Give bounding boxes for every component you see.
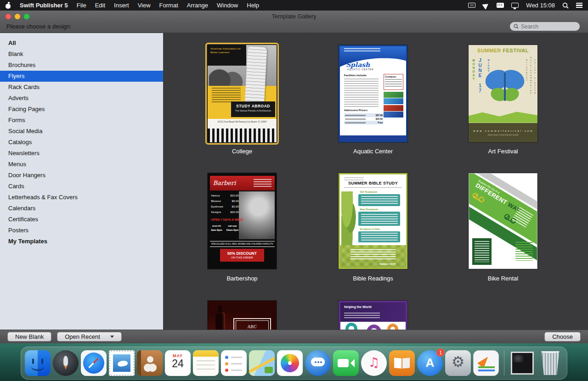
new-blank-button[interactable]: New Blank [7, 332, 51, 342]
college-stripe-art [208, 129, 277, 142]
dock: MAY 24 1 [21, 347, 567, 380]
aquatic-facilities-lines [344, 78, 379, 107]
calendar-day: 24 [165, 359, 191, 369]
sidebar-item-rack-cards[interactable]: Rack Cards [0, 82, 163, 93]
dock-finder-icon[interactable] [25, 350, 51, 376]
menu-help[interactable]: Help [247, 2, 259, 9]
screen: Swift Publisher 5 File Edit Insert View … [0, 0, 588, 381]
dock-appstore-icon[interactable]: 1 [417, 350, 443, 376]
airplay-display-icon[interactable] [468, 3, 475, 8]
dock-contacts-icon[interactable] [137, 350, 163, 376]
sidebar-item-all[interactable]: All [0, 38, 163, 49]
menu-arrange[interactable]: Arrange [187, 2, 208, 9]
menu-file[interactable]: File [77, 2, 86, 9]
sidebar-item-letterheads[interactable]: Letterheads & Fax Covers [0, 192, 163, 203]
menu-bar: Swift Publisher 5 File Edit Insert View … [0, 0, 588, 11]
choose-button[interactable]: Choose [544, 332, 581, 342]
sidebar-item-blank[interactable]: Blank [0, 49, 163, 60]
bible-divider [344, 187, 402, 188]
notification-center-icon[interactable] [576, 3, 582, 8]
aquatic-script-title: Splash [346, 61, 370, 68]
dock-launchpad-icon[interactable] [53, 350, 79, 376]
menu-edit[interactable]: Edit [95, 2, 105, 9]
bible-quote-lines [351, 249, 396, 259]
dock-books-icon[interactable] [389, 350, 415, 376]
hours-weekend: sat-sun10am-6pm [226, 224, 238, 232]
dock-calendar-icon[interactable]: MAY 24 [165, 350, 191, 376]
service-row: Designs$20.00 [211, 211, 239, 213]
dock-maps-icon[interactable] [249, 350, 275, 376]
helping-header: Helping the World [340, 303, 406, 322]
open-recent-dropdown[interactable]: Open Recent [57, 332, 122, 342]
aquatic-admission-heading: Admission Prices: [344, 109, 368, 112]
search-input[interactable] [521, 23, 576, 30]
spotlight-search-icon[interactable] [562, 2, 569, 9]
festival-footer-block: w w w . s u m m e r f e s t i v a l . c … [469, 123, 537, 142]
bible-box-1 [358, 194, 400, 206]
menu-insert[interactable]: Insert [114, 2, 129, 9]
barber-model-photo [239, 191, 275, 240]
template-label-aquatic: Aquatic Center [339, 148, 407, 155]
sidebar-item-cards[interactable]: Cards [0, 181, 163, 192]
dock-trash-icon[interactable] [537, 350, 563, 376]
sidebar-item-my-templates[interactable]: My Templates [0, 236, 163, 247]
dock-notes-icon[interactable] [193, 350, 219, 376]
menu-format[interactable]: Format [159, 2, 178, 9]
template-college[interactable]: American Association for Better Learners… [208, 45, 277, 142]
dock-picture-file-icon[interactable] [509, 350, 535, 376]
sidebar-item-facing-pages[interactable]: Facing Pages [0, 104, 163, 115]
bible-leaf-art [341, 191, 357, 246]
apple-menu-icon[interactable] [6, 2, 11, 9]
sidebar-item-posters[interactable]: Posters [0, 225, 163, 236]
template-bible-readings[interactable]: SUMMER BIBLE STUDY Old Testament New Tes… [339, 173, 407, 269]
barber-logo-band: Barberi [210, 176, 275, 190]
dock-safari-icon[interactable] [81, 350, 107, 376]
template-aquatic-center[interactable]: Splash AQUATIC CENTER Facilities Include… [339, 45, 407, 142]
template-helping-world[interactable]: Helping the World [339, 301, 407, 330]
service-price: $9.00 [232, 200, 238, 202]
sidebar-item-brochures[interactable]: Brochures [0, 60, 163, 71]
menu-bar-clock[interactable]: Wed 15:08 [526, 2, 555, 9]
dock-reminders-icon[interactable] [221, 350, 247, 376]
sidebar-item-calendars[interactable]: Calendars [0, 203, 163, 214]
dock-system-preferences-icon[interactable] [445, 350, 471, 376]
dock-photos-icon[interactable] [277, 350, 303, 376]
dock-messages-icon[interactable] [305, 350, 331, 376]
aquatic-photo-3 [384, 105, 403, 111]
sidebar-item-catalogs[interactable]: Catalogs [0, 137, 163, 148]
bike-rates-lines [515, 242, 533, 261]
butterfly-art [480, 64, 530, 110]
template-barbershop[interactable]: Barberi Haircut$10.00 Blowout$9.00 Eyebr… [208, 173, 277, 269]
bible-box-2 [358, 212, 400, 225]
remote-pointer-icon[interactable] [482, 1, 490, 9]
festival-title-word1: SUMMER [477, 48, 501, 53]
template-bike-rental[interactable]: 2WHEEL WONDER Explore the city in a DIFF… [469, 173, 537, 269]
template-art-festival[interactable]: SUMMER FESTIVAL MONDAY JUNE 17 NIGHT CLU… [469, 45, 537, 142]
sidebar-item-door-hangers[interactable]: Door Hangers [0, 170, 163, 181]
display-menu-icon[interactable] [511, 3, 519, 8]
sidebar-item-flyers[interactable]: Flyers [0, 71, 163, 82]
sidebar-item-adverts[interactable]: Adverts [0, 93, 163, 104]
template-catering[interactable]: ABC Catering Services [208, 301, 277, 330]
sidebar-item-social-media[interactable]: Social Media [0, 126, 163, 137]
college-org-text: American Association for Better Learners [208, 45, 246, 66]
sidebar-item-menus[interactable]: Menus [0, 159, 163, 170]
window-title: Template Gallery [0, 13, 588, 20]
barber-specialty-strip: SPECIALIZED IN ALL MEN, WOMEN AND CHILDR… [210, 241, 275, 247]
dock-mail-stamp-icon[interactable] [109, 350, 135, 376]
template-label-bike: Bike Rental [469, 275, 537, 282]
app-menu-title[interactable]: Swift Publisher 5 [20, 2, 68, 9]
dock-itunes-icon[interactable] [361, 350, 387, 376]
dock-swift-publisher-icon[interactable] [473, 350, 499, 376]
keyboard-layout-icon[interactable] [497, 3, 504, 8]
college-headline: STUDY ABROAD [231, 104, 275, 108]
sidebar-item-newsletters[interactable]: Newsletters [0, 148, 163, 159]
dock-facetime-icon[interactable] [333, 350, 359, 376]
sidebar-item-certificates[interactable]: Certificates [0, 214, 163, 225]
menu-view[interactable]: View [138, 2, 151, 9]
menu-window[interactable]: Window [217, 2, 238, 9]
search-field[interactable] [510, 22, 580, 31]
service-label: Designs [211, 211, 221, 213]
sidebar-item-forms[interactable]: Forms [0, 115, 163, 126]
bible-title: SUMMER BIBLE STUDY [340, 181, 406, 185]
